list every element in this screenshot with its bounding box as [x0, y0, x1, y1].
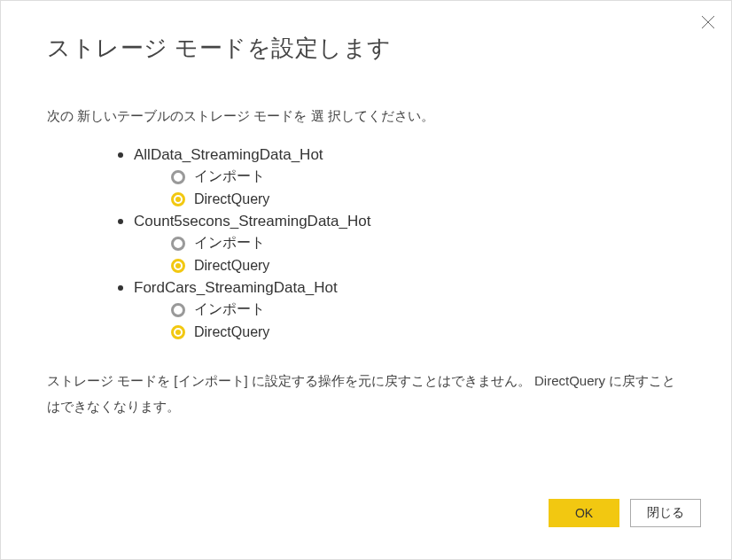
table-name: AllData_StreamingData_Hot: [118, 146, 685, 164]
table-name-label: Count5secons_StreamingData_Hot: [134, 213, 370, 230]
radio-icon: [171, 237, 185, 251]
radio-label: インポート: [194, 167, 265, 186]
radio-label: インポート: [194, 300, 265, 319]
radio-icon: [171, 259, 185, 273]
table-name-label: AllData_StreamingData_Hot: [134, 146, 323, 164]
radio-option-selected[interactable]: DirectQuery: [171, 258, 685, 274]
warning-text: ストレージ モードを [インポート] に設定する操作を元に戻すことはできません。…: [47, 369, 685, 419]
table-item: FordCars_StreamingData_HotインポートDirectQue…: [118, 279, 685, 340]
radio-label: DirectQuery: [194, 191, 269, 207]
radio-option-selected[interactable]: DirectQuery: [171, 191, 685, 207]
dialog-title: ストレージ モードを設定します: [47, 33, 685, 64]
bullet-icon: [118, 285, 123, 291]
bullet-icon: [118, 219, 123, 224]
radio-label: インポート: [194, 234, 265, 253]
table-name: FordCars_StreamingData_Hot: [118, 279, 685, 297]
close-icon[interactable]: [701, 15, 715, 33]
table-name-label: FordCars_StreamingData_Hot: [134, 279, 338, 297]
radio-icon: [171, 325, 185, 339]
table-item: Count5secons_StreamingData_HotインポートDirec…: [118, 213, 685, 274]
radio-option-selected[interactable]: DirectQuery: [171, 324, 685, 340]
radio-group: インポートDirectQuery: [171, 167, 685, 207]
radio-label: DirectQuery: [194, 324, 269, 340]
radio-icon: [171, 303, 185, 317]
instruction-text: 次の 新しいテーブルのストレージ モードを 選 択してください。: [47, 108, 685, 125]
table-name: Count5secons_StreamingData_Hot: [118, 213, 685, 230]
ok-button[interactable]: OK: [549, 499, 619, 527]
table-item: AllData_StreamingData_HotインポートDirectQuer…: [118, 146, 685, 207]
radio-group: インポートDirectQuery: [171, 234, 685, 274]
dialog-footer: OK 閉じる: [549, 499, 701, 527]
radio-group: インポートDirectQuery: [171, 300, 685, 340]
radio-icon: [171, 170, 185, 184]
radio-option[interactable]: インポート: [171, 234, 685, 253]
radio-option[interactable]: インポート: [171, 167, 685, 186]
bullet-icon: [118, 152, 123, 158]
close-button[interactable]: 閉じる: [630, 499, 701, 527]
table-list: AllData_StreamingData_HotインポートDirectQuer…: [118, 146, 685, 340]
radio-icon: [171, 192, 185, 206]
radio-label: DirectQuery: [194, 258, 269, 274]
radio-option[interactable]: インポート: [171, 300, 685, 319]
